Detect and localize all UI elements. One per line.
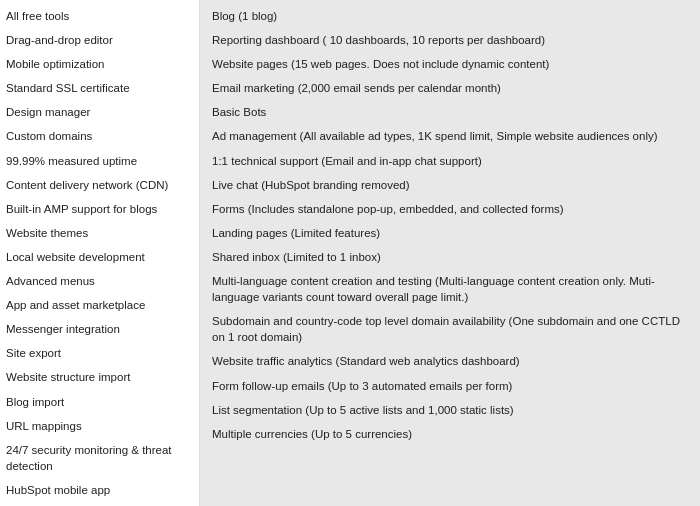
left-item: Drag-and-drop editor [0, 28, 199, 52]
right-item: Form follow-up emails (Up to 3 automated… [208, 374, 692, 398]
right-item: Basic Bots [208, 100, 692, 124]
right-item: Landing pages (Limited features) [208, 221, 692, 245]
left-item: All free tools [0, 4, 199, 28]
right-item: Subdomain and country-code top level dom… [208, 309, 692, 349]
left-item: Design manager [0, 100, 199, 124]
left-item: 99.99% measured uptime [0, 149, 199, 173]
left-item: Built-in AMP support for blogs [0, 197, 199, 221]
left-item: App and asset marketplace [0, 293, 199, 317]
right-item: Live chat (HubSpot branding removed) [208, 173, 692, 197]
right-item: 1:1 technical support (Email and in-app … [208, 149, 692, 173]
left-item: Website structure import [0, 365, 199, 389]
right-item: Blog (1 blog) [208, 4, 692, 28]
left-item: Site export [0, 341, 199, 365]
left-item: Content delivery network (CDN) [0, 173, 199, 197]
left-item: Messenger integration [0, 317, 199, 341]
right-item: Website traffic analytics (Standard web … [208, 349, 692, 373]
left-item: HubSpot mobile app [0, 478, 199, 502]
right-item: Email marketing (2,000 email sends per c… [208, 76, 692, 100]
left-item: Custom domains [0, 124, 199, 148]
left-item: Website themes [0, 221, 199, 245]
right-item: Website pages (15 web pages. Does not in… [208, 52, 692, 76]
left-item: Blog import [0, 390, 199, 414]
right-item: Multi-language content creation and test… [208, 269, 692, 309]
right-item: Multiple currencies (Up to 5 currencies) [208, 422, 692, 446]
left-item: Standard SSL certificate [0, 76, 199, 100]
right-item: List segmentation (Up to 5 active lists … [208, 398, 692, 422]
right-item: Shared inbox (Limited to 1 inbox) [208, 245, 692, 269]
left-item: Advanced menus [0, 269, 199, 293]
main-container: All free toolsDrag-and-drop editorMobile… [0, 0, 700, 506]
left-item: Mobile optimization [0, 52, 199, 76]
right-item: Forms (Includes standalone pop-up, embed… [208, 197, 692, 221]
left-item: Local website development [0, 245, 199, 269]
left-item: 24/7 security monitoring & threat detect… [0, 438, 199, 478]
right-panel: Blog (1 blog)Reporting dashboard ( 10 da… [200, 0, 700, 506]
left-panel: All free toolsDrag-and-drop editorMobile… [0, 0, 200, 506]
right-item: Ad management (All available ad types, 1… [208, 124, 692, 148]
right-item: Reporting dashboard ( 10 dashboards, 10 … [208, 28, 692, 52]
left-item: URL mappings [0, 414, 199, 438]
